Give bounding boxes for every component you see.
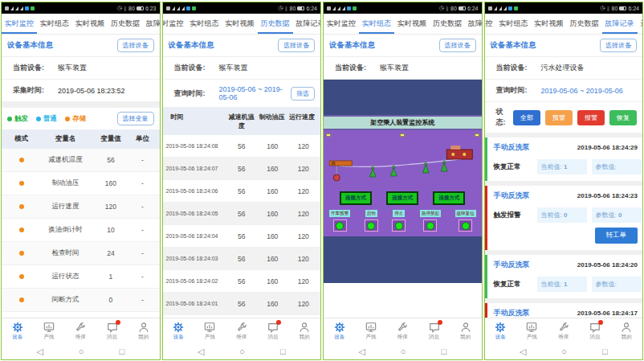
- top-tab[interactable]: 实时视频: [72, 14, 108, 34]
- bottom-nav-item[interactable]: 设备: [324, 318, 355, 343]
- scada-control-button[interactable]: [423, 219, 437, 232]
- table-row[interactable]: 运行状态 1 -: [2, 265, 160, 289]
- fault-card[interactable]: 手动反洗泵 2019-05-06 18:24:23 触发报警 当前值: 0 参数…: [485, 186, 643, 250]
- top-tab[interactable]: 实时组态: [359, 14, 394, 34]
- status-filter-button[interactable]: 预警: [545, 110, 573, 125]
- top-tab[interactable]: 远程控制: [638, 14, 643, 34]
- android-home-button[interactable]: ○: [561, 347, 567, 356]
- table-row[interactable]: 2019-05-06 18:24:01 56 160 120: [163, 293, 321, 315]
- top-tab[interactable]: 实时视频: [394, 14, 430, 34]
- android-back-button[interactable]: ◁: [520, 347, 526, 357]
- android-recents-button[interactable]: □: [280, 347, 286, 356]
- android-home-button[interactable]: ○: [239, 347, 245, 356]
- top-tab[interactable]: 故障记录: [143, 14, 160, 34]
- bottom-nav-item[interactable]: 我的: [289, 318, 320, 343]
- table-row[interactable]: 2019-05-06 18:24:00 56 160 120: [163, 315, 321, 318]
- select-device-button[interactable]: 选择设备: [117, 39, 154, 52]
- table-row[interactable]: 检查时间 24 -: [2, 242, 160, 265]
- cell-brake-oil: 160: [257, 187, 288, 195]
- bluetooth-icon: ᛒ: [284, 6, 287, 11]
- bottom-nav-item[interactable]: 维保: [387, 318, 418, 343]
- status-filter-button[interactable]: 恢复: [609, 110, 637, 125]
- sim-icon: [166, 6, 170, 10]
- top-tab[interactable]: 故障记录: [602, 14, 638, 34]
- top-tab[interactable]: 历史数据: [567, 14, 602, 34]
- table-row[interactable]: 间断方式 0 -: [2, 289, 160, 312]
- scada-control-button[interactable]: [392, 219, 406, 232]
- bottom-nav-item[interactable]: 产线: [355, 318, 386, 343]
- top-tab[interactable]: 历史数据: [258, 14, 293, 34]
- bottom-nav-item[interactable]: 设备: [163, 318, 194, 343]
- android-back-button[interactable]: ◁: [358, 347, 365, 357]
- top-tab[interactable]: 实时监控: [163, 14, 187, 34]
- query-time-value[interactable]: 2019-05-06 ~ 2019-05-06: [541, 87, 623, 95]
- connect-mode-button[interactable]: 连接方式: [386, 191, 418, 205]
- table-row[interactable]: 2019-05-06 18:24:03 56 160 120: [163, 248, 321, 270]
- table-row[interactable]: 换油倒计时 10 -: [2, 219, 160, 242]
- select-device-button[interactable]: 选择设备: [278, 39, 315, 52]
- select-device-button[interactable]: 选择设备: [439, 39, 476, 52]
- table-row[interactable]: 检修方式 0 -: [2, 312, 160, 318]
- android-back-button[interactable]: ◁: [36, 347, 43, 357]
- top-tab[interactable]: 实时视频: [532, 14, 567, 34]
- fault-card[interactable]: 手动反洗泵 2019-05-06 18:24:29 恢复正常 当前值: 1 参数…: [485, 137, 643, 181]
- table-row[interactable]: 2019-05-06 18:24:04 56 160 120: [163, 225, 321, 248]
- bottom-nav-item[interactable]: 设备: [2, 318, 33, 343]
- top-tab[interactable]: 实时组态: [187, 14, 222, 34]
- top-tab[interactable]: 实时监控: [485, 14, 496, 34]
- top-tab[interactable]: 故障记录: [465, 14, 482, 34]
- scada-control-button[interactable]: [333, 219, 347, 232]
- top-tab[interactable]: 实时组态: [37, 14, 72, 34]
- bottom-nav-bar: 设备 产线 维保 消息 我的: [324, 318, 482, 343]
- android-recents-button[interactable]: □: [119, 347, 124, 356]
- scada-control-button[interactable]: [365, 219, 378, 232]
- table-row[interactable]: 2019-05-06 18:24:02 56 160 120: [163, 270, 321, 293]
- top-tab[interactable]: 实时监控: [2, 14, 37, 34]
- bottom-nav-item[interactable]: 消息: [257, 318, 288, 343]
- status-filter-button[interactable]: 全部: [513, 110, 540, 125]
- status-filter-button[interactable]: 报警: [577, 110, 605, 125]
- table-row[interactable]: 减速机温度 56 -: [2, 149, 160, 172]
- fault-card[interactable]: 手动反洗泵 2019-05-06 18:24:20 恢复正常 当前值: 1 参数…: [485, 255, 643, 298]
- bottom-nav-item[interactable]: 消息: [579, 318, 610, 343]
- table-row[interactable]: 运行速度 120 -: [2, 195, 160, 219]
- fault-card[interactable]: 手动反洗泵 2019-05-06 18:24:17 触发报警 当前值: 0 参数…: [485, 303, 643, 318]
- scada-control-button[interactable]: [459, 219, 472, 232]
- table-row[interactable]: 2019-05-06 18:24:06 56 160 120: [163, 180, 321, 203]
- android-recents-button[interactable]: □: [602, 347, 608, 356]
- bottom-nav-item[interactable]: 产线: [516, 318, 548, 343]
- query-time-value[interactable]: 2019-05-06 ~ 2019-05-06: [219, 85, 291, 101]
- bottom-nav-item[interactable]: 维保: [65, 318, 96, 343]
- bottom-nav-item[interactable]: 维保: [226, 318, 257, 343]
- bottom-nav-item[interactable]: 消息: [96, 318, 128, 343]
- table-row[interactable]: 2019-05-06 18:24:05 56 160 120: [163, 203, 321, 225]
- bottom-nav-item[interactable]: 产线: [33, 318, 64, 343]
- top-tab[interactable]: 历史数据: [430, 14, 465, 34]
- bottom-nav-item[interactable]: 维保: [548, 318, 579, 343]
- top-tab[interactable]: 故障记录: [293, 14, 321, 34]
- table-row[interactable]: 2019-05-06 18:24:07 56 160 120: [163, 158, 321, 180]
- bottom-nav-item[interactable]: 产线: [194, 318, 226, 343]
- top-tab[interactable]: 实时组态: [496, 14, 532, 34]
- top-tab[interactable]: 实时视频: [222, 14, 258, 34]
- bottom-nav-item[interactable]: 我的: [450, 318, 481, 343]
- select-device-button[interactable]: 选择设备: [600, 39, 637, 52]
- table-row[interactable]: 制动油压 160 -: [2, 172, 160, 195]
- android-home-button[interactable]: ○: [79, 347, 84, 356]
- connect-mode-button[interactable]: 连接方式: [340, 191, 372, 205]
- bottom-nav-item[interactable]: 设备: [485, 318, 516, 343]
- filter-button[interactable]: 筛选: [291, 87, 315, 101]
- android-recents-button[interactable]: □: [441, 347, 446, 356]
- android-home-button[interactable]: ○: [401, 347, 406, 356]
- bottom-nav-item[interactable]: 我的: [611, 318, 642, 343]
- to-workorder-button[interactable]: 转工单: [595, 228, 638, 244]
- select-variable-button[interactable]: 选择变量: [117, 112, 154, 125]
- bottom-nav-item[interactable]: 消息: [418, 318, 450, 343]
- top-tab[interactable]: 历史数据: [108, 14, 143, 34]
- table-row[interactable]: 2019-05-06 18:24:08 56 160 120: [163, 135, 321, 158]
- top-tab[interactable]: 实时监控: [324, 14, 359, 34]
- cell-reducer-temp: 56: [226, 165, 258, 173]
- bottom-nav-item[interactable]: 我的: [128, 318, 159, 343]
- android-back-button[interactable]: ◁: [198, 347, 204, 357]
- connect-mode-button[interactable]: 连接方式: [433, 191, 465, 205]
